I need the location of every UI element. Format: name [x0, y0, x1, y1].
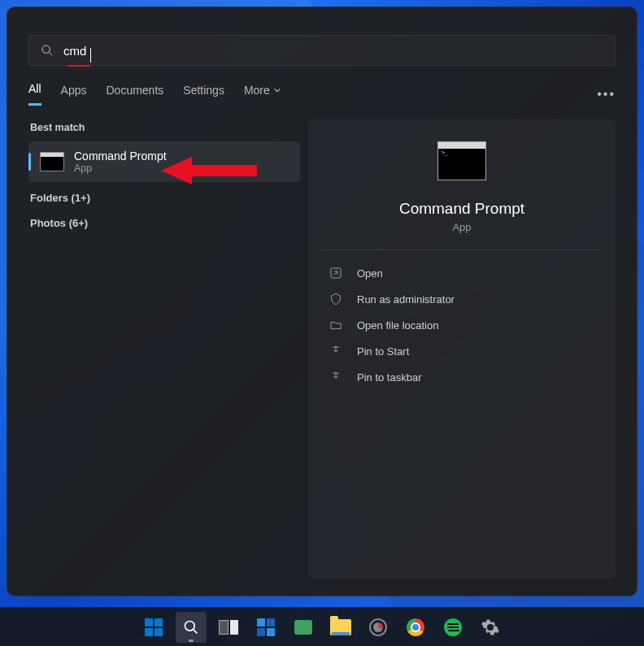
action-pin-start[interactable]: Pin to Start — [323, 338, 601, 364]
divider — [323, 249, 601, 250]
folder-icon — [329, 319, 342, 332]
action-run-admin[interactable]: Run as administrator — [323, 286, 601, 312]
action-open-label: Open — [357, 267, 383, 280]
gear-icon — [481, 618, 500, 637]
search-icon — [183, 619, 199, 635]
category-folders[interactable]: Folders (1+) — [28, 182, 300, 207]
file-explorer-button[interactable] — [325, 612, 356, 643]
tab-apps-label: Apps — [61, 84, 87, 97]
tab-more-label: More — [244, 84, 270, 97]
search-bar[interactable] — [28, 35, 616, 66]
spotify-button[interactable] — [437, 612, 468, 643]
search-icon — [41, 44, 54, 57]
obs-button[interactable] — [363, 612, 394, 643]
result-subtitle: App — [74, 163, 167, 174]
result-title: Command Prompt — [74, 150, 167, 163]
search-input[interactable] — [63, 44, 603, 58]
results-column: Best match Command Prompt App Folders (1… — [28, 119, 300, 579]
result-command-prompt[interactable]: Command Prompt App — [28, 141, 300, 182]
action-open-location[interactable]: Open file location — [323, 312, 601, 338]
action-pin-start-label: Pin to Start — [357, 345, 409, 358]
pin-icon — [329, 371, 342, 384]
svg-line-1 — [49, 52, 52, 55]
preview-title: Command Prompt — [399, 200, 524, 218]
settings-button[interactable] — [475, 612, 506, 643]
task-view-icon — [219, 620, 238, 635]
action-pin-taskbar[interactable]: Pin to taskbar — [323, 364, 601, 390]
widgets-icon — [257, 618, 275, 636]
preview-subtitle: App — [452, 221, 471, 233]
preview-panel: Command Prompt App Open Run as administr… — [308, 119, 616, 579]
tab-settings[interactable]: Settings — [183, 84, 224, 105]
tab-apps[interactable]: Apps — [61, 84, 87, 105]
taskbar — [0, 607, 644, 646]
tab-all[interactable]: All — [28, 82, 41, 106]
action-pin-taskbar-label: Pin to taskbar — [357, 371, 422, 384]
widgets-button[interactable] — [250, 612, 281, 643]
tab-more[interactable]: More — [244, 84, 281, 105]
file-explorer-icon — [330, 619, 351, 635]
start-button[interactable] — [138, 612, 169, 643]
taskbar-search-button[interactable] — [176, 612, 207, 643]
command-prompt-icon — [40, 152, 64, 171]
spotify-icon — [444, 618, 462, 636]
text-cursor — [90, 48, 91, 63]
tab-documents[interactable]: Documents — [106, 84, 163, 105]
chrome-button[interactable] — [400, 612, 431, 643]
action-admin-label: Run as administrator — [357, 293, 455, 306]
chat-icon — [294, 620, 312, 635]
action-open[interactable]: Open — [323, 260, 601, 286]
category-photos[interactable]: Photos (6+) — [28, 207, 300, 232]
preview-app-icon — [437, 141, 486, 180]
chat-button[interactable] — [288, 612, 319, 643]
tab-settings-label: Settings — [183, 84, 224, 97]
result-text: Command Prompt App — [74, 150, 167, 174]
svg-point-0 — [42, 46, 50, 53]
pin-icon — [329, 345, 342, 358]
shield-icon — [329, 293, 342, 306]
chevron-down-icon — [273, 86, 281, 94]
overflow-menu-button[interactable]: ••• — [597, 87, 616, 102]
chrome-icon — [407, 618, 424, 636]
tab-documents-label: Documents — [106, 84, 163, 97]
tabs-row: All Apps Documents Settings More ••• — [7, 66, 637, 106]
start-search-panel: All Apps Documents Settings More ••• Bes… — [7, 7, 637, 596]
svg-point-5 — [185, 621, 195, 631]
obs-icon — [369, 618, 387, 636]
spellcheck-underline — [67, 65, 90, 67]
tab-all-label: All — [28, 82, 41, 95]
best-match-heading: Best match — [28, 119, 300, 141]
windows-logo-icon — [145, 618, 163, 636]
action-location-label: Open file location — [357, 319, 438, 332]
open-icon — [329, 267, 342, 280]
svg-line-3 — [333, 271, 337, 275]
task-view-button[interactable] — [213, 612, 244, 643]
svg-line-6 — [194, 629, 198, 633]
